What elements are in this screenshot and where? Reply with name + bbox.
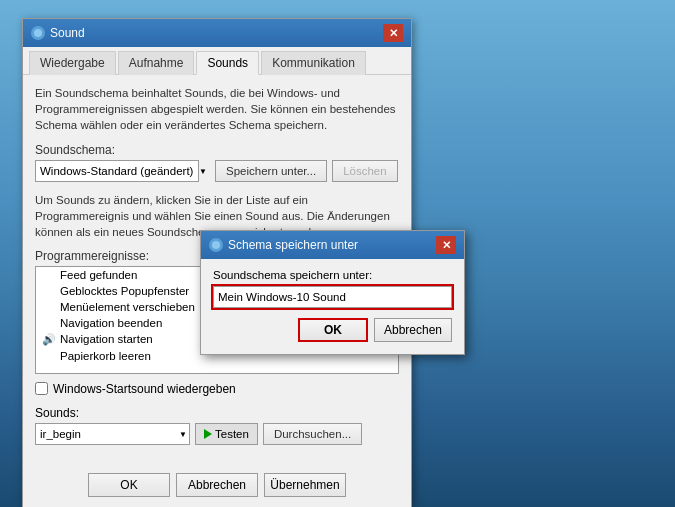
- sub-cancel-button[interactable]: Abbrechen: [374, 318, 452, 342]
- list-item-label: Navigation beenden: [60, 317, 162, 329]
- test-button[interactable]: Testen: [195, 423, 258, 445]
- sounds-row: ir_begin Testen Durchsuchen...: [35, 423, 399, 445]
- tab-wiedergabe[interactable]: Wiedergabe: [29, 51, 116, 75]
- main-dialog-title: Sound: [50, 26, 85, 40]
- delete-button[interactable]: Löschen: [332, 160, 397, 182]
- save-under-button[interactable]: Speichern unter...: [215, 160, 327, 182]
- main-apply-button[interactable]: Übernehmen: [264, 473, 346, 497]
- checkbox-row: Windows-Startsound wiedergeben: [35, 382, 399, 396]
- sub-dialog: Schema speichern unter ✕ Soundschema spe…: [200, 230, 465, 355]
- svg-point-0: [34, 29, 42, 37]
- sounds-section-label: Sounds:: [35, 406, 399, 420]
- main-ok-button[interactable]: OK: [88, 473, 170, 497]
- schema-select[interactable]: Windows-Standard (geändert): [35, 160, 199, 182]
- sub-dialog-label: Soundschema speichern unter:: [213, 269, 452, 281]
- main-cancel-button[interactable]: Abbrechen: [176, 473, 258, 497]
- tab-aufnahme[interactable]: Aufnahme: [118, 51, 195, 75]
- schema-label: Soundschema:: [35, 143, 399, 157]
- main-dialog-titlebar: Sound ✕: [23, 19, 411, 47]
- speaker-icon: 🔊: [42, 333, 56, 346]
- sub-dialog-titlebar: Schema speichern unter ✕: [201, 231, 464, 259]
- sound-icon: [31, 26, 45, 40]
- sub-ok-button[interactable]: OK: [298, 318, 368, 342]
- browse-button[interactable]: Durchsuchen...: [263, 423, 362, 445]
- main-dialog-buttons: OK Abbrechen Übernehmen: [23, 467, 411, 507]
- schema-select-wrapper: Windows-Standard (geändert): [35, 160, 210, 182]
- schema-row: Windows-Standard (geändert) Speichern un…: [35, 160, 399, 182]
- sub-dialog-buttons: OK Abbrechen: [213, 318, 452, 342]
- sub-dialog-title: Schema speichern unter: [228, 238, 358, 252]
- sub-dialog-close-button[interactable]: ✕: [436, 236, 456, 254]
- description-text: Ein Soundschema beinhaltet Sounds, die b…: [35, 85, 399, 133]
- sounds-select-wrapper: ir_begin: [35, 423, 190, 445]
- list-item-label: Papierkorb leeren: [60, 350, 151, 362]
- main-dialog-close-button[interactable]: ✕: [383, 24, 403, 42]
- schema-name-input[interactable]: [213, 286, 452, 308]
- list-item-label: Geblocktes Popupfenster: [60, 285, 189, 297]
- schema-input-wrapper: [213, 286, 452, 308]
- tabs-bar: Wiedergabe Aufnahme Sounds Kommunikation: [23, 47, 411, 75]
- windows-startsound-checkbox[interactable]: [35, 382, 48, 395]
- tab-sounds[interactable]: Sounds: [196, 51, 259, 75]
- sub-dialog-content: Soundschema speichern unter: OK Abbreche…: [201, 259, 464, 354]
- windows-startsound-label: Windows-Startsound wiedergeben: [53, 382, 236, 396]
- svg-point-1: [212, 241, 220, 249]
- list-item-label: Feed gefunden: [60, 269, 137, 281]
- test-label: Testen: [215, 428, 249, 440]
- play-icon: [204, 429, 212, 439]
- sounds-select[interactable]: ir_begin: [35, 423, 190, 445]
- sub-dialog-icon: [209, 238, 223, 252]
- tab-kommunikation[interactable]: Kommunikation: [261, 51, 366, 75]
- list-item-label: Menüelement verschieben: [60, 301, 195, 313]
- list-item-label: Navigation starten: [60, 333, 153, 345]
